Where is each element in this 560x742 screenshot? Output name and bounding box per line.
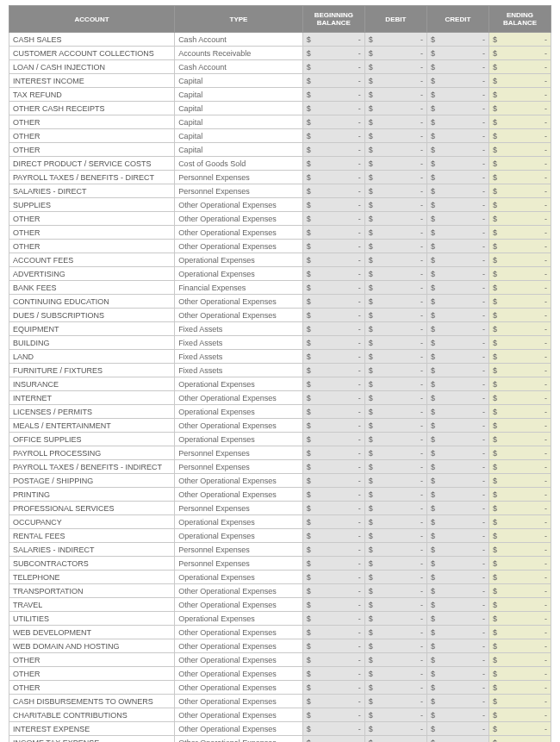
begin-cell[interactable]: $-: [302, 198, 364, 212]
begin-cell[interactable]: $-: [302, 736, 364, 742]
end-cell[interactable]: $-: [488, 419, 551, 433]
begin-cell[interactable]: $-: [302, 88, 364, 102]
end-cell[interactable]: $-: [488, 102, 551, 115]
debit-cell[interactable]: $-: [364, 598, 426, 612]
credit-cell[interactable]: $-: [426, 488, 488, 502]
end-cell[interactable]: $-: [488, 722, 551, 736]
begin-cell[interactable]: $-: [302, 309, 364, 322]
end-cell[interactable]: $-: [488, 336, 551, 350]
debit-cell[interactable]: $-: [364, 667, 426, 681]
debit-cell[interactable]: $-: [364, 708, 426, 722]
credit-cell[interactable]: $-: [426, 446, 488, 460]
begin-cell[interactable]: $-: [302, 115, 364, 129]
begin-cell[interactable]: $-: [302, 253, 364, 267]
debit-cell[interactable]: $-: [364, 515, 426, 529]
debit-cell[interactable]: $-: [364, 295, 426, 309]
credit-cell[interactable]: $-: [426, 557, 488, 571]
credit-cell[interactable]: $-: [426, 419, 488, 433]
debit-cell[interactable]: $-: [364, 722, 426, 736]
end-cell[interactable]: $-: [488, 47, 551, 60]
credit-cell[interactable]: $-: [426, 543, 488, 557]
debit-cell[interactable]: $-: [364, 584, 426, 598]
credit-cell[interactable]: $-: [426, 598, 488, 612]
credit-cell[interactable]: $-: [426, 364, 488, 377]
debit-cell[interactable]: $-: [364, 557, 426, 571]
debit-cell[interactable]: $-: [364, 198, 426, 212]
begin-cell[interactable]: $-: [302, 336, 364, 350]
begin-cell[interactable]: $-: [302, 419, 364, 433]
debit-cell[interactable]: $-: [364, 695, 426, 708]
end-cell[interactable]: $-: [488, 626, 551, 639]
end-cell[interactable]: $-: [488, 33, 551, 47]
credit-cell[interactable]: $-: [426, 736, 488, 742]
begin-cell[interactable]: $-: [302, 460, 364, 474]
debit-cell[interactable]: $-: [364, 336, 426, 350]
begin-cell[interactable]: $-: [302, 488, 364, 502]
credit-cell[interactable]: $-: [426, 157, 488, 171]
end-cell[interactable]: $-: [488, 226, 551, 240]
credit-cell[interactable]: $-: [426, 198, 488, 212]
credit-cell[interactable]: $-: [426, 88, 488, 102]
begin-cell[interactable]: $-: [302, 364, 364, 377]
begin-cell[interactable]: $-: [302, 543, 364, 557]
credit-cell[interactable]: $-: [426, 405, 488, 419]
debit-cell[interactable]: $-: [364, 681, 426, 695]
credit-cell[interactable]: $-: [426, 74, 488, 88]
begin-cell[interactable]: $-: [302, 474, 364, 488]
end-cell[interactable]: $-: [488, 143, 551, 157]
debit-cell[interactable]: $-: [364, 377, 426, 391]
end-cell[interactable]: $-: [488, 667, 551, 681]
debit-cell[interactable]: $-: [364, 267, 426, 281]
end-cell[interactable]: $-: [488, 391, 551, 405]
begin-cell[interactable]: $-: [302, 681, 364, 695]
debit-cell[interactable]: $-: [364, 60, 426, 74]
credit-cell[interactable]: $-: [426, 115, 488, 129]
end-cell[interactable]: $-: [488, 350, 551, 364]
credit-cell[interactable]: $-: [426, 639, 488, 653]
end-cell[interactable]: $-: [488, 488, 551, 502]
debit-cell[interactable]: $-: [364, 309, 426, 322]
credit-cell[interactable]: $-: [426, 171, 488, 184]
end-cell[interactable]: $-: [488, 295, 551, 309]
credit-cell[interactable]: $-: [426, 391, 488, 405]
end-cell[interactable]: $-: [488, 433, 551, 446]
begin-cell[interactable]: $-: [302, 212, 364, 226]
begin-cell[interactable]: $-: [302, 391, 364, 405]
begin-cell[interactable]: $-: [302, 667, 364, 681]
credit-cell[interactable]: $-: [426, 129, 488, 143]
end-cell[interactable]: $-: [488, 129, 551, 143]
credit-cell[interactable]: $-: [426, 529, 488, 543]
debit-cell[interactable]: $-: [364, 474, 426, 488]
begin-cell[interactable]: $-: [302, 612, 364, 626]
credit-cell[interactable]: $-: [426, 377, 488, 391]
end-cell[interactable]: $-: [488, 708, 551, 722]
begin-cell[interactable]: $-: [302, 226, 364, 240]
credit-cell[interactable]: $-: [426, 695, 488, 708]
debit-cell[interactable]: $-: [364, 419, 426, 433]
begin-cell[interactable]: $-: [302, 102, 364, 115]
end-cell[interactable]: $-: [488, 653, 551, 667]
begin-cell[interactable]: $-: [302, 171, 364, 184]
debit-cell[interactable]: $-: [364, 364, 426, 377]
end-cell[interactable]: $-: [488, 695, 551, 708]
end-cell[interactable]: $-: [488, 60, 551, 74]
begin-cell[interactable]: $-: [302, 184, 364, 198]
end-cell[interactable]: $-: [488, 446, 551, 460]
credit-cell[interactable]: $-: [426, 309, 488, 322]
credit-cell[interactable]: $-: [426, 33, 488, 47]
debit-cell[interactable]: $-: [364, 88, 426, 102]
debit-cell[interactable]: $-: [364, 529, 426, 543]
credit-cell[interactable]: $-: [426, 515, 488, 529]
begin-cell[interactable]: $-: [302, 295, 364, 309]
credit-cell[interactable]: $-: [426, 708, 488, 722]
end-cell[interactable]: $-: [488, 240, 551, 253]
end-cell[interactable]: $-: [488, 405, 551, 419]
credit-cell[interactable]: $-: [426, 281, 488, 295]
debit-cell[interactable]: $-: [364, 253, 426, 267]
begin-cell[interactable]: $-: [302, 695, 364, 708]
begin-cell[interactable]: $-: [302, 626, 364, 639]
end-cell[interactable]: $-: [488, 557, 551, 571]
end-cell[interactable]: $-: [488, 212, 551, 226]
begin-cell[interactable]: $-: [302, 515, 364, 529]
end-cell[interactable]: $-: [488, 584, 551, 598]
